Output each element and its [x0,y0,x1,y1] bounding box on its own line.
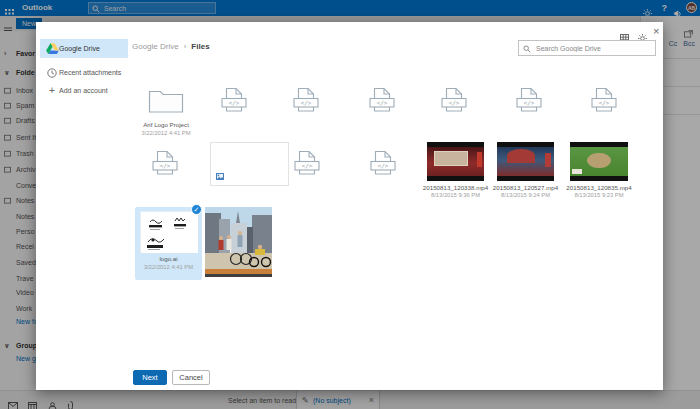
svg-text:</>: </> [160,162,171,169]
code-file-icon: </> [516,87,542,115]
file-tile-code[interactable]: </> [272,148,342,200]
svg-text:</>: </> [524,99,535,106]
file-tile-photo[interactable] [205,205,272,275]
close-dialog-icon[interactable]: × [653,25,659,37]
image-placeholder-icon [216,173,224,180]
dialog-nav-item[interactable]: Recent attachments [40,63,128,82]
logo-sketch-thumbnail [141,212,198,253]
file-tile-code[interactable]: </> [199,85,269,137]
file-tile-code[interactable]: </> [348,148,418,200]
file-date: 8/13/2015 9:24 PM [484,192,567,198]
file-tile-video[interactable]: 20150813_120835.mp4 8/13/2015 9:23 PM [563,142,635,204]
code-file-icon: </> [441,87,467,115]
svg-text:</>: </> [378,162,389,169]
code-file-icon: </> [293,87,319,115]
svg-text:</>: </> [229,99,240,106]
file-date: 3/22/2012 4:41 PM [129,264,208,270]
file-name: 20150813_120835.mp4 [557,184,641,191]
dialog-nav-label: Google Drive [59,45,100,52]
svg-text:</>: </> [301,99,312,106]
breadcrumb-current: Files [191,42,209,51]
file-tile-code[interactable]: </> [494,85,564,137]
breadcrumb-root[interactable]: Google Drive [132,42,179,51]
google-drive-icon [46,43,59,54]
selected-check-icon: ✓ [191,204,202,215]
dialog-nav-item[interactable]: +Add an account [40,81,128,100]
code-file-icon: </> [369,87,395,115]
dialog-nav-item[interactable]: Google Drive [40,39,128,58]
clock-icon [47,68,57,78]
svg-text:</>: </> [377,99,388,106]
file-date: 8/13/2015 9:23 PM [557,192,641,198]
file-name: Arif Logo Project [125,121,207,128]
street-photo-thumbnail [205,207,272,277]
plus-icon: + [49,87,55,95]
file-tile-code[interactable]: </> [271,85,341,137]
folder-icon [148,87,184,114]
code-file-icon: </> [152,150,178,178]
file-tile-code[interactable]: </> [130,148,200,200]
breadcrumb: Google Drive›Files [132,42,210,51]
code-file-icon: </> [591,87,617,115]
search-icon [523,45,531,53]
drive-search-input[interactable] [534,42,652,54]
dialog-nav-label: Recent attachments [59,69,121,76]
video-thumbnail [427,142,484,181]
file-tile-video[interactable]: 20150813_120527.mp4 8/13/2015 9:24 PM [490,142,561,204]
next-button[interactable]: Next [133,370,167,385]
file-date: 3/22/2012 4:41 PM [125,130,207,136]
code-file-icon: </> [294,150,320,178]
file-tile-code[interactable]: </> [347,85,417,137]
file-tile-folder[interactable]: Arif Logo Project 3/22/2012 4:41 PM [131,85,201,141]
video-thumbnail [570,142,628,181]
svg-text:</>: </> [449,99,460,106]
file-name: 20150813_120527.mp4 [484,184,567,191]
file-tile-code[interactable]: </> [419,85,489,137]
cancel-button[interactable]: Cancel [172,370,210,385]
screen: Outlook ? AB New ›Favor∨FoldeInboxSpamDr… [0,0,700,409]
file-tile-code[interactable]: </> [569,85,639,137]
svg-text:</>: </> [599,99,610,106]
code-file-icon: </> [370,150,396,178]
attach-file-dialog: × Google DriveRecent attachments+Add an … [36,22,663,390]
file-name: logo.ai [129,255,208,262]
file-tile-selected[interactable]: ✓ logo.ai 3/22/2012 4:41 PM [135,207,202,280]
svg-text:</>: </> [302,162,313,169]
drive-search-box[interactable] [518,40,656,56]
video-thumbnail [497,142,554,181]
code-file-icon: </> [221,87,247,115]
breadcrumb-separator-icon: › [184,42,187,51]
file-tile-video[interactable]: 20150813_120338.mp4 8/13/2015 9:36 PM [420,142,491,204]
dialog-nav-label: Add an account [59,87,108,94]
